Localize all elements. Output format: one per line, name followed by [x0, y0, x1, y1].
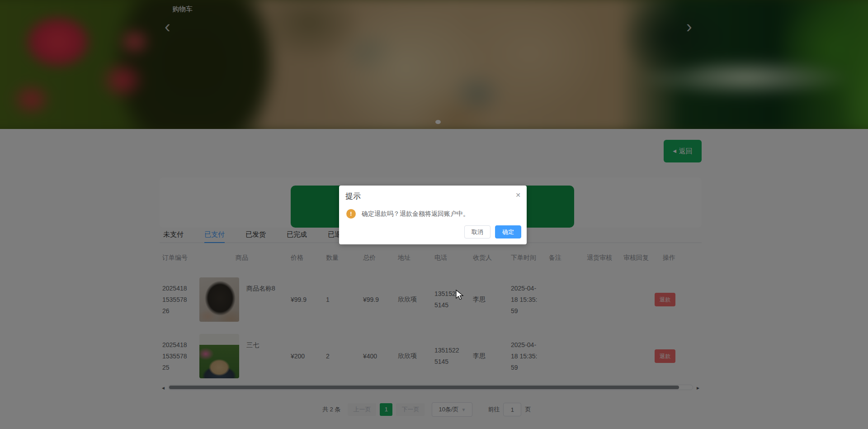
dialog-message: 确定退款吗？退款金额将返回账户中。 — [362, 210, 469, 218]
refund-confirm-dialog: 提示 ✕ ! 确定退款吗？退款金额将返回账户中。 取消 确定 — [339, 186, 527, 244]
dialog-title: 提示 — [345, 191, 361, 201]
cancel-button[interactable]: 取消 — [464, 225, 491, 238]
confirm-button[interactable]: 确定 — [495, 225, 521, 238]
warning-icon: ! — [346, 209, 356, 219]
close-icon[interactable]: ✕ — [515, 191, 521, 199]
